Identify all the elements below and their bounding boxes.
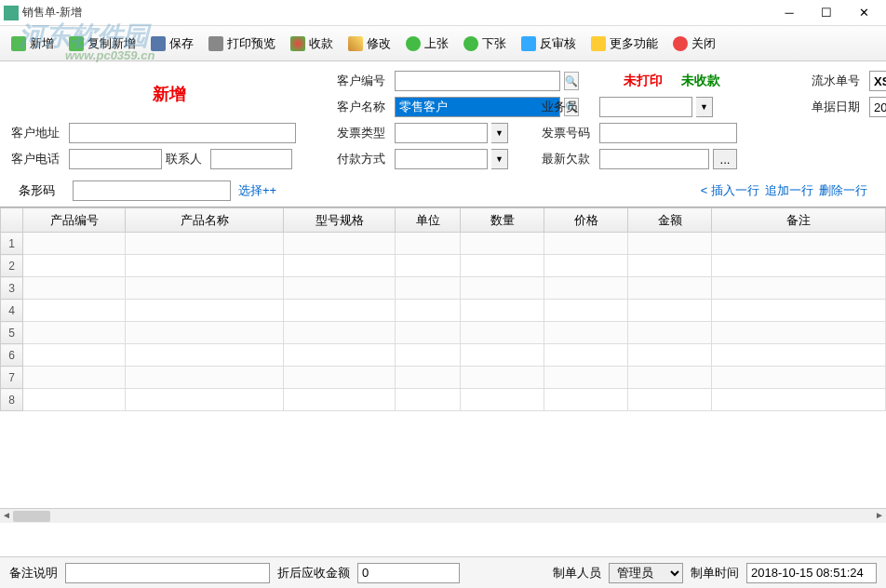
scroll-right-arrow[interactable]: ► (873, 509, 886, 523)
latest-debt-input[interactable] (599, 149, 709, 169)
serial-input[interactable] (869, 71, 886, 91)
cell[interactable] (23, 322, 126, 344)
print-preview-button[interactable]: 打印预览 (203, 33, 281, 55)
new-button[interactable]: 新增 (6, 33, 60, 55)
col-remark[interactable]: 备注 (712, 208, 886, 233)
cell[interactable] (628, 322, 712, 344)
cell[interactable] (712, 322, 886, 344)
contact-input[interactable] (210, 149, 292, 169)
cell[interactable] (461, 322, 544, 344)
cell[interactable] (628, 389, 712, 411)
cell[interactable] (544, 233, 628, 255)
cell[interactable] (126, 255, 284, 277)
salesman-dropdown[interactable]: ▼ (696, 97, 713, 117)
cell[interactable] (712, 367, 886, 389)
invoice-no-input[interactable] (599, 123, 737, 143)
cell[interactable] (628, 255, 712, 277)
col-spec[interactable]: 型号规格 (284, 208, 396, 233)
cell[interactable] (712, 233, 886, 255)
cell[interactable] (712, 344, 886, 367)
maximize-button[interactable]: ☐ (808, 2, 845, 24)
table-row[interactable]: 8 (1, 389, 886, 411)
cell[interactable] (284, 300, 396, 322)
cell[interactable] (396, 367, 461, 389)
cell[interactable] (544, 344, 628, 367)
doc-date-input[interactable] (869, 97, 886, 117)
make-time-input[interactable] (746, 563, 877, 583)
cell[interactable] (396, 300, 461, 322)
cell[interactable] (544, 277, 628, 300)
cell[interactable] (23, 233, 126, 255)
more-button[interactable]: 更多功能 (585, 33, 664, 55)
col-amount[interactable]: 金额 (628, 208, 712, 233)
cell[interactable] (284, 255, 396, 277)
cell[interactable] (284, 277, 396, 300)
insert-row-button[interactable]: 插入一行 (701, 182, 759, 199)
close-window-button[interactable]: ✕ (845, 2, 882, 24)
cell[interactable] (544, 322, 628, 344)
latest-debt-more[interactable]: ... (713, 149, 737, 169)
col-unit[interactable]: 单位 (396, 208, 461, 233)
salesman-input[interactable] (599, 97, 692, 117)
unreview-button[interactable]: 反审核 (516, 33, 582, 55)
cell[interactable] (23, 255, 126, 277)
cell[interactable] (544, 389, 628, 411)
collect-button[interactable]: 收款 (285, 33, 339, 55)
cell[interactable] (628, 344, 712, 367)
discount-amount-input[interactable] (357, 563, 460, 583)
invoice-type-dropdown[interactable]: ▼ (491, 123, 508, 143)
cell[interactable] (544, 300, 628, 322)
cell[interactable] (126, 233, 284, 255)
cell[interactable] (284, 233, 396, 255)
scroll-left-arrow[interactable]: ◄ (0, 509, 13, 523)
product-grid[interactable]: 产品编号 产品名称 型号规格 单位 数量 价格 金额 备注 12345678 (0, 207, 886, 411)
horizontal-scrollbar[interactable]: ◄ ► (0, 508, 886, 523)
cell[interactable] (712, 389, 886, 411)
table-row[interactable]: 5 (1, 322, 886, 344)
cell[interactable] (461, 367, 544, 389)
cell[interactable] (284, 367, 396, 389)
maker-select[interactable]: 管理员 (609, 563, 683, 583)
cell[interactable] (23, 344, 126, 367)
cell[interactable] (628, 367, 712, 389)
col-price[interactable]: 价格 (544, 208, 628, 233)
cell[interactable] (396, 389, 461, 411)
modify-button[interactable]: 修改 (342, 33, 396, 55)
next-button[interactable]: 下张 (458, 33, 512, 55)
pay-method-dropdown[interactable]: ▼ (491, 149, 508, 169)
cell[interactable] (396, 322, 461, 344)
cell[interactable] (126, 277, 284, 300)
cell[interactable] (712, 277, 886, 300)
table-row[interactable]: 4 (1, 300, 886, 322)
append-row-button[interactable]: 追加一行 (765, 182, 813, 199)
prev-button[interactable]: 上张 (400, 33, 454, 55)
cell[interactable] (628, 233, 712, 255)
cell[interactable] (23, 300, 126, 322)
select-link[interactable]: 选择++ (238, 182, 276, 199)
pay-method-input[interactable] (395, 149, 488, 169)
cell[interactable] (284, 322, 396, 344)
cell[interactable] (126, 300, 284, 322)
cell[interactable] (461, 233, 544, 255)
invoice-type-input[interactable] (395, 123, 488, 143)
remark-input[interactable] (65, 563, 270, 583)
cell[interactable] (461, 277, 544, 300)
cell[interactable] (461, 255, 544, 277)
col-qty[interactable]: 数量 (461, 208, 544, 233)
cell[interactable] (461, 344, 544, 367)
cell[interactable] (396, 233, 461, 255)
cell[interactable] (461, 300, 544, 322)
cell[interactable] (396, 255, 461, 277)
table-row[interactable]: 7 (1, 367, 886, 389)
customer-name-input[interactable] (395, 97, 560, 117)
scroll-thumb[interactable] (13, 511, 50, 522)
cell[interactable] (23, 389, 126, 411)
minimize-button[interactable]: ─ (771, 2, 808, 24)
cell[interactable] (628, 277, 712, 300)
barcode-input[interactable] (73, 180, 231, 201)
cell[interactable] (284, 344, 396, 367)
cell[interactable] (23, 367, 126, 389)
cell[interactable] (396, 277, 461, 300)
cell[interactable] (23, 277, 126, 300)
cell[interactable] (126, 344, 284, 367)
